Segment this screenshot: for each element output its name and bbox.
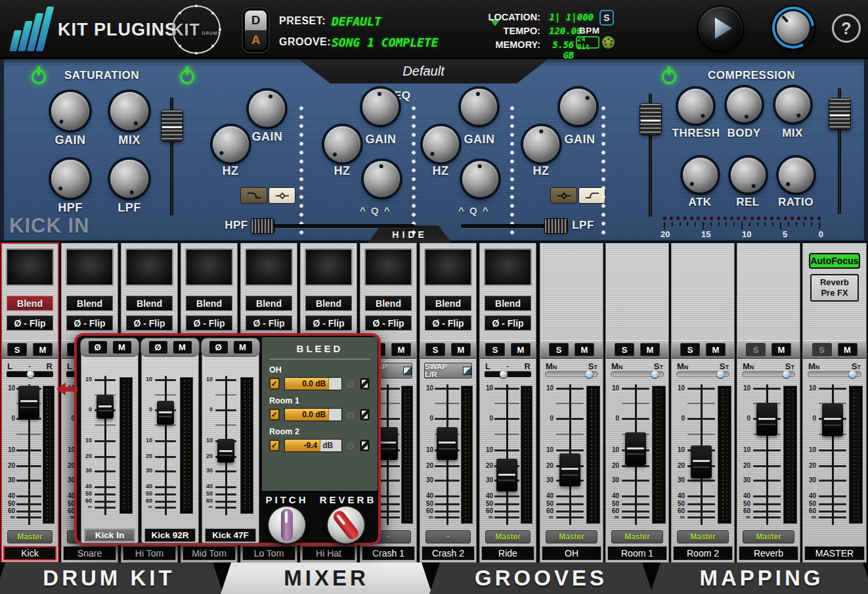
tab-grooves[interactable]: GROOVES (429, 562, 653, 594)
bleed-oh-checkbox[interactable]: ✓ (269, 378, 280, 390)
compression-input-handle[interactable] (640, 104, 661, 135)
fader[interactable]: 100102030405060∞ (81, 358, 138, 528)
eq-band4-hz-knob[interactable] (523, 126, 559, 162)
bleed-room1-checkbox[interactable]: ✓ (269, 409, 280, 421)
autofocus-button[interactable]: AutoFocus (809, 253, 860, 269)
phase-flip-button[interactable]: Ø - Flip (66, 315, 113, 331)
mono-stereo-handle[interactable] (586, 371, 593, 378)
phase-flip-button[interactable]: Ø - Flip (126, 315, 173, 331)
solo-button[interactable]: S (680, 343, 700, 356)
mute-button[interactable]: M (33, 343, 53, 356)
compression-mix-knob[interactable] (775, 87, 810, 122)
phase-flip-button[interactable]: Ø - Flip (246, 315, 292, 331)
channel-name-label[interactable]: OH (542, 546, 601, 560)
bleed-oh-route-icon[interactable] (359, 377, 370, 390)
fader-handle[interactable] (18, 386, 39, 419)
popup-strip-name[interactable]: Kick In (84, 528, 135, 542)
blend-button[interactable]: Blend (186, 296, 232, 311)
fader[interactable]: 100102030405060∞ (737, 381, 800, 530)
mute-button[interactable]: M (640, 343, 660, 356)
saturation-mix-knob[interactable] (110, 92, 148, 130)
output-routing-button[interactable]: Master (485, 530, 531, 543)
eq-band4-gain-knob[interactable] (560, 89, 596, 125)
hide-button[interactable]: HIDE (368, 225, 452, 243)
eq-band3-hz-knob[interactable] (423, 126, 459, 162)
bleed-room2-value-bar[interactable]: -9.4 dB (284, 439, 342, 452)
channel-name-label[interactable]: Crash 1 (362, 546, 415, 560)
solo-button[interactable]: S (615, 343, 634, 356)
fader-handle[interactable] (217, 439, 234, 463)
saturation-power-button[interactable] (32, 70, 46, 84)
blend-button[interactable]: Blend (485, 296, 531, 311)
analog-option[interactable]: A (245, 30, 267, 50)
fader-handle[interactable] (559, 453, 580, 486)
mute-button[interactable]: M (113, 341, 131, 354)
bleed-oh-phase-icon[interactable]: Ø (347, 378, 355, 390)
fader-handle[interactable] (756, 403, 777, 436)
compression-output-handle[interactable] (829, 99, 850, 129)
channel-name-label[interactable]: Hi Tom (123, 546, 176, 560)
swap-lr-button[interactable]: SWAP L/R (424, 363, 472, 378)
fader[interactable]: 100102030405060∞ (480, 381, 536, 530)
channel-name-label[interactable]: Ride (481, 546, 534, 560)
phase-button[interactable]: Ø (209, 341, 228, 354)
fader-handle[interactable] (625, 432, 646, 465)
blend-button[interactable]: Blend (66, 296, 113, 311)
output-routing-button[interactable]: Master (7, 530, 53, 543)
channel-name-label[interactable]: Hi Hat (302, 546, 355, 560)
fader-handle[interactable] (157, 401, 174, 424)
mute-button[interactable]: M (771, 343, 791, 356)
bleed-room2-checkbox[interactable]: ✓ (269, 440, 280, 451)
compression-power-button[interactable] (662, 70, 676, 84)
mono-stereo-slider[interactable] (611, 371, 664, 377)
mute-button[interactable]: M (173, 341, 192, 354)
channel-name-label[interactable]: Kick (3, 546, 56, 560)
fader[interactable]: 100102030405060∞ (803, 381, 866, 530)
mute-button[interactable]: M (511, 343, 531, 356)
fader-handle[interactable] (437, 427, 458, 460)
mono-stereo-handle[interactable] (783, 371, 790, 378)
eq-band2-hz-knob[interactable] (324, 126, 360, 162)
phase-flip-button[interactable]: Ø - Flip (425, 315, 471, 331)
tab-drum-kit[interactable]: DRUM KIT (0, 562, 223, 594)
pitch-knob[interactable] (269, 507, 305, 543)
fader[interactable]: 100102030405060∞ (2, 381, 58, 530)
blend-button[interactable]: Blend (425, 296, 471, 311)
phase-button[interactable]: Ø (89, 341, 107, 354)
output-routing-button[interactable]: - (425, 530, 471, 543)
mono-stereo-handle[interactable] (651, 371, 659, 378)
compression-thresh-knob[interactable] (678, 89, 713, 124)
mute-button[interactable]: M (838, 343, 857, 356)
bleed-oh-value-bar[interactable]: 0.0 dB (284, 377, 342, 390)
output-routing-button[interactable]: Master (677, 530, 729, 543)
mute-button[interactable]: M (706, 343, 726, 356)
channel-name-label[interactable]: Snare (63, 546, 116, 560)
eq-band1-hz-knob[interactable] (213, 126, 249, 162)
solo-button[interactable]: S (7, 343, 27, 356)
fader[interactable]: 100102030405060∞ (606, 381, 668, 530)
fader-handle[interactable] (822, 403, 843, 436)
fader-handle[interactable] (97, 395, 114, 419)
channel-name-label[interactable]: MASTER (804, 546, 865, 560)
channel-name-label[interactable]: Room 2 (673, 546, 733, 560)
blend-button[interactable]: Blend (365, 296, 412, 311)
fx-preset-tab[interactable]: Default (299, 59, 548, 83)
bleed-room1-phase-icon[interactable]: Ø (347, 409, 355, 421)
groove-value[interactable]: SONG 1 COMPLETE (332, 35, 439, 49)
bleed-room1-value-bar[interactable]: 0.0 dB (284, 408, 342, 421)
saturation-gain-knob[interactable] (51, 92, 89, 130)
fader-handle[interactable] (496, 459, 517, 491)
channel-name-label[interactable]: Room 1 (607, 546, 667, 560)
eq-band3-q-knob[interactable] (462, 161, 498, 197)
pan-slider[interactable] (7, 371, 53, 377)
blend-button[interactable]: Blend (305, 296, 352, 311)
phase-button[interactable]: Ø (149, 341, 167, 354)
output-routing-button[interactable]: Master (611, 530, 663, 543)
pan-handle[interactable] (27, 371, 34, 378)
eq-band2-gain-knob[interactable] (362, 89, 399, 125)
blend-button[interactable]: Blend (246, 296, 292, 311)
eq-lpf-handle[interactable] (545, 219, 567, 233)
eq-band1-shelf-button[interactable] (240, 187, 267, 204)
tab-mapping[interactable]: MAPPING (650, 562, 868, 594)
blend-button[interactable]: Blend (7, 296, 53, 311)
